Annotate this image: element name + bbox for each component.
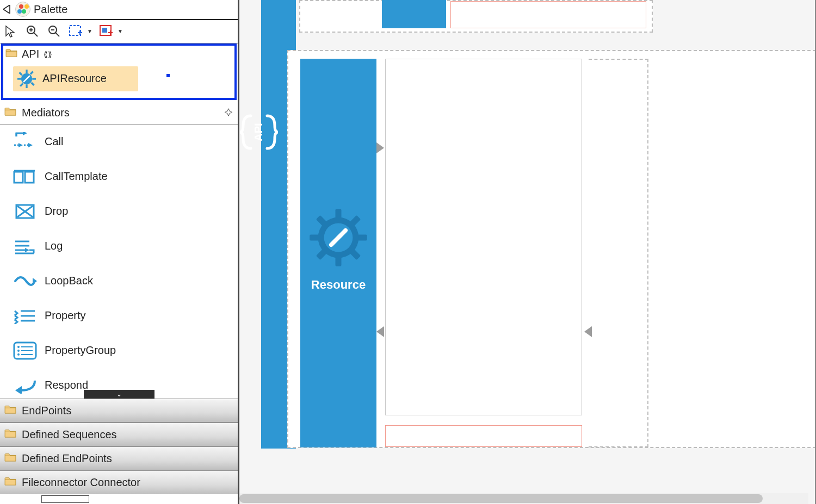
svg-rect-29: [14, 172, 23, 183]
svg-rect-20: [32, 78, 36, 79]
svg-rect-53: [336, 257, 342, 266]
chevron-down-icon: ⌄: [116, 390, 122, 398]
palette-bottom-categories: EndPoints Defined Sequences Defined EndP…: [0, 399, 238, 504]
svg-rect-22: [30, 82, 34, 85]
zoom-out-button[interactable]: [47, 24, 62, 39]
loopback-icon: [13, 271, 37, 291]
palette-category-defined-endpoints[interactable]: Defined EndPoints: [0, 446, 238, 470]
folder-icon: [4, 428, 16, 441]
palette-app-icon: [15, 2, 30, 17]
palette-category-api[interactable]: API ⟪⟫: [1, 43, 237, 101]
palette-item-label: CallTemplate: [45, 170, 108, 183]
palette-item-property[interactable]: Property: [0, 298, 238, 333]
call-icon: [13, 132, 37, 152]
canvas-top-group[interactable]: [299, 0, 653, 33]
svg-marker-0: [3, 5, 10, 14]
folder-icon: [4, 452, 16, 465]
svg-rect-9: [70, 26, 81, 35]
resource-in-sequence-box[interactable]: [385, 59, 582, 415]
palette-item-label: Call: [45, 135, 63, 148]
palette-item-label: Property: [45, 309, 86, 322]
pin-icon[interactable]: ⟪⟫: [44, 50, 52, 59]
svg-rect-13: [102, 28, 107, 33]
palette-item-calltemplate[interactable]: CallTemplate: [0, 159, 238, 194]
category-mediators-label: Mediators: [22, 107, 70, 119]
palette-item-apiresource[interactable]: APIResource: [13, 66, 138, 91]
svg-point-49: [17, 353, 20, 356]
marquee-red-dropdown[interactable]: ▼: [118, 28, 123, 34]
app-root: Palette ▼: [0, 0, 816, 504]
palette-item-call[interactable]: Call: [0, 125, 238, 159]
svg-point-47: [17, 350, 20, 352]
svg-line-7: [55, 33, 59, 36]
palette-pane: Palette ▼: [0, 0, 239, 504]
selection-handle-dot[interactable]: [166, 74, 170, 77]
resource-out-area[interactable]: [589, 59, 648, 447]
marquee-blue-dropdown[interactable]: ▼: [87, 28, 92, 34]
api-handle[interactable]: API: [239, 108, 279, 157]
palette-item-label: Log: [45, 240, 63, 252]
folder-icon: [4, 405, 16, 417]
category-defined-sequences-label: Defined Sequences: [22, 428, 117, 441]
svg-rect-30: [25, 172, 34, 183]
zoom-in-button[interactable]: [25, 24, 40, 39]
palette-item-propertygroup[interactable]: PropertyGroup: [0, 333, 238, 368]
svg-rect-19: [17, 78, 21, 79]
palette-category-fileconnector[interactable]: Fileconnector Connector: [0, 470, 238, 494]
horizontal-scrollbar[interactable]: [239, 493, 808, 504]
palette-item-log[interactable]: Log: [0, 229, 238, 264]
palette-item-apiresource-label: APIResource: [42, 72, 107, 85]
api-handle-label: API: [252, 123, 264, 141]
palette-item-label: Respond: [45, 379, 88, 391]
palette-header: Palette: [0, 0, 238, 20]
collapse-toolbar[interactable]: ⌄: [84, 390, 154, 399]
palette-category-endpoints[interactable]: EndPoints: [0, 399, 238, 422]
resource-column[interactable]: Resource: [300, 59, 376, 447]
palette-item-drop[interactable]: Drop: [0, 194, 238, 229]
category-fileconnector-label: Fileconnector Connector: [22, 476, 140, 489]
category-endpoints-label: EndPoints: [22, 405, 71, 417]
calltemplate-icon: [13, 167, 37, 186]
svg-marker-28: [28, 143, 33, 147]
svg-rect-17: [26, 70, 27, 73]
svg-marker-27: [18, 143, 23, 147]
gear-slash-icon: [17, 70, 36, 88]
drop-icon: [13, 202, 37, 221]
marquee-red-button[interactable]: [99, 24, 114, 39]
svg-rect-24: [20, 83, 23, 86]
design-canvas[interactable]: API: [239, 0, 816, 504]
svg-rect-18: [26, 84, 27, 88]
svg-line-3: [34, 33, 38, 36]
svg-rect-52: [336, 209, 342, 219]
select-tool-button[interactable]: [3, 24, 18, 39]
palette-category-mediators[interactable]: Mediators: [0, 101, 238, 125]
palette-item-label: Drop: [45, 205, 68, 217]
palette-category-defined-sequences[interactable]: Defined Sequences: [0, 422, 238, 446]
pin-icon[interactable]: [225, 107, 232, 119]
resource-fault-sequence-box[interactable]: [385, 425, 582, 447]
scrollbar-thumb[interactable]: [239, 494, 763, 503]
small-box: [41, 495, 89, 503]
palette-title: Palette: [34, 3, 67, 16]
svg-rect-54: [310, 235, 319, 241]
marquee-blue-button[interactable]: [69, 24, 84, 39]
palette-item-loopback[interactable]: LoopBack: [0, 264, 238, 298]
canvas-top-resource-col[interactable]: [382, 0, 446, 28]
canvas-top-error-box[interactable]: [450, 1, 646, 28]
respond-icon: [13, 376, 37, 395]
log-icon: [13, 237, 37, 256]
property-icon: [13, 306, 37, 326]
svg-point-45: [17, 346, 20, 348]
svg-rect-55: [357, 235, 367, 241]
canvas-resource-group[interactable]: Resource: [287, 50, 816, 448]
svg-rect-21: [18, 72, 22, 76]
svg-marker-51: [15, 386, 22, 394]
mediators-list: Call CallTemplate Drop: [0, 125, 238, 399]
folder-icon: [4, 107, 16, 119]
palette-back-button[interactable]: [2, 4, 12, 14]
svg-marker-38: [25, 248, 29, 252]
resource-label: Resource: [311, 278, 366, 292]
palette-item-label: LoopBack: [45, 275, 93, 287]
category-api-label: API: [22, 48, 39, 60]
palette-toolbar: ▼ ▼: [0, 20, 238, 43]
